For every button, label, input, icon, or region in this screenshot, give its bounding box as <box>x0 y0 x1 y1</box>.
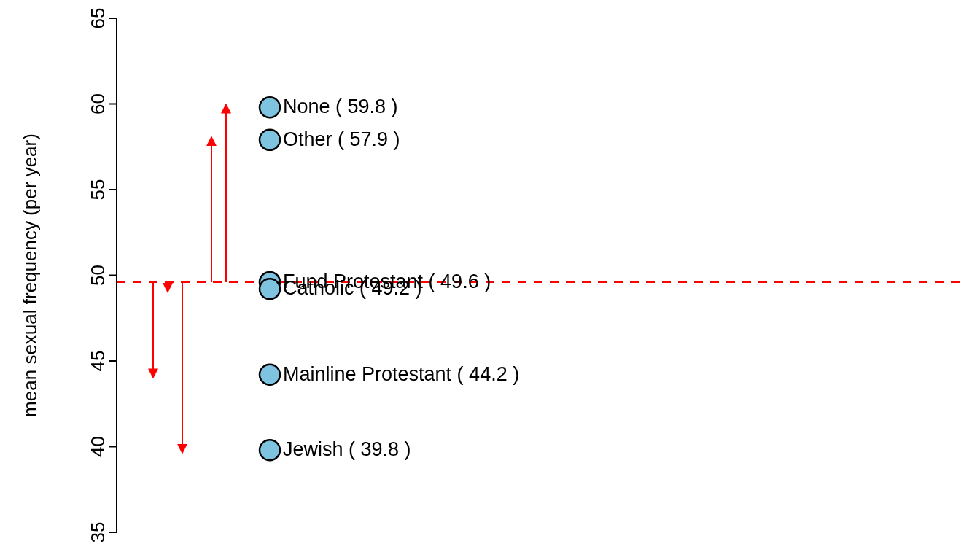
data-point <box>260 97 280 117</box>
y-tick-label: 50 <box>87 265 109 286</box>
y-tick-label: 45 <box>87 351 109 372</box>
y-axis-label: mean sexual frequency (per year) <box>19 133 41 417</box>
data-point-label: Mainline Protestant ( 44.2 ) <box>283 363 519 385</box>
chart: 35404550556065mean sexual frequency (per… <box>0 0 980 560</box>
y-tick-label: 65 <box>87 8 109 29</box>
data-point <box>260 440 280 460</box>
data-point-label: Catholic ( 49.2 ) <box>283 277 422 299</box>
y-tick-label: 35 <box>87 522 109 543</box>
y-tick-label: 40 <box>87 436 109 457</box>
data-point <box>260 365 280 385</box>
y-tick-label: 60 <box>87 93 109 114</box>
data-point-label: None ( 59.8 ) <box>283 96 398 117</box>
data-point <box>260 130 280 150</box>
data-point-label: Other ( 57.9 ) <box>283 128 400 150</box>
data-point <box>260 279 280 299</box>
y-tick-label: 55 <box>87 179 109 201</box>
data-point-label: Jewish ( 39.8 ) <box>283 438 411 460</box>
